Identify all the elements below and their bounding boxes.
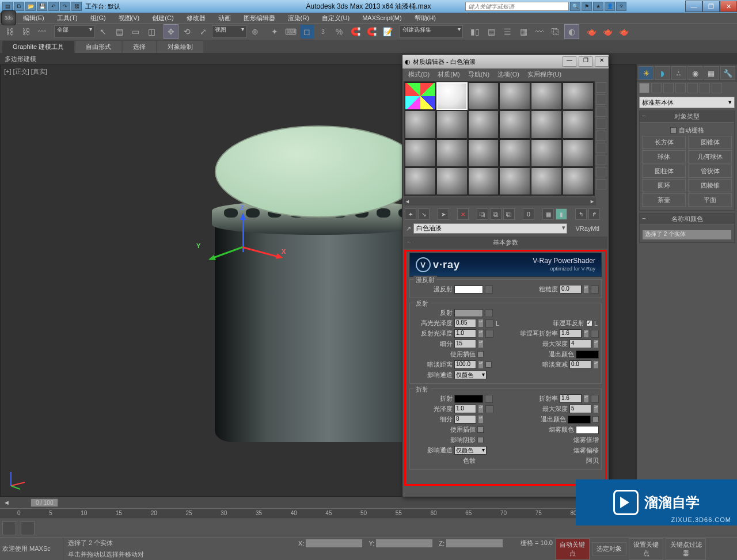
create-systems-icon[interactable] bbox=[712, 83, 722, 93]
roughness-spinner[interactable]: 0.0 bbox=[560, 285, 582, 294]
menu-group[interactable]: 组(G) bbox=[85, 13, 112, 24]
autogrid-checkbox[interactable] bbox=[670, 127, 677, 134]
material-name-input[interactable]: 白色油漆 bbox=[413, 223, 567, 234]
rotate-tool-icon[interactable]: ⟲ bbox=[180, 24, 195, 39]
select-icon[interactable]: ↖ bbox=[96, 24, 111, 39]
mat-slot-active[interactable] bbox=[436, 82, 468, 110]
y-input[interactable] bbox=[375, 539, 433, 548]
reflect-color-swatch[interactable] bbox=[454, 309, 483, 317]
spinner-buttons[interactable]: ▴▾ bbox=[478, 319, 484, 327]
selected-button[interactable]: 选定对象 bbox=[592, 542, 626, 555]
keyboard-icon[interactable]: ⌨ bbox=[283, 24, 298, 39]
manip-icon[interactable]: ✦ bbox=[267, 24, 282, 39]
z-input[interactable] bbox=[446, 539, 503, 548]
get-material-icon[interactable]: ✦ bbox=[405, 208, 416, 220]
menu-tools[interactable]: 工具(T) bbox=[51, 13, 83, 24]
refr-gloss-map-button[interactable] bbox=[485, 405, 493, 413]
spinner-buttons[interactable]: ▴▾ bbox=[583, 285, 589, 294]
affect-shadows-checkbox[interactable] bbox=[477, 437, 484, 443]
help-icon[interactable]: ? bbox=[616, 2, 626, 11]
link-icon[interactable]: ⛓ bbox=[71, 2, 82, 11]
app-menu-icon[interactable]: ▤ bbox=[2, 2, 13, 11]
save-icon[interactable]: 💾 bbox=[37, 2, 47, 11]
dimdist-checkbox[interactable] bbox=[485, 361, 492, 368]
undo-icon[interactable]: ↶ bbox=[48, 2, 59, 11]
mat-slot[interactable] bbox=[468, 82, 499, 110]
comm-icon[interactable]: ⚑ bbox=[582, 2, 592, 11]
ribbon-tab-freeform[interactable]: 自由形式 bbox=[75, 41, 121, 53]
material-type-button[interactable]: VRayMtl bbox=[569, 224, 605, 233]
mat-menu-modes[interactable]: 模式(D) bbox=[405, 69, 433, 80]
backlight-icon[interactable] bbox=[596, 94, 606, 105]
mat-slot[interactable] bbox=[531, 82, 562, 110]
make-unique-icon[interactable]: ⿻ bbox=[490, 208, 502, 220]
cmd-tab-modify-icon[interactable]: ◗ bbox=[655, 66, 670, 80]
workspace-label[interactable]: 工作台: 默认 bbox=[85, 2, 120, 11]
options-icon[interactable] bbox=[596, 155, 606, 165]
put-to-scene-icon[interactable]: ↘ bbox=[418, 208, 430, 220]
ribbon-tab-graphite[interactable]: Graphite 建模工具 bbox=[2, 41, 74, 53]
pivot-icon[interactable]: ⊕ bbox=[248, 24, 263, 39]
select-name-icon[interactable]: ▤ bbox=[112, 24, 127, 39]
refl-affect-dropdown[interactable]: 仅颜色 bbox=[454, 371, 487, 379]
refract-map-button[interactable] bbox=[485, 395, 493, 403]
uv-tile-icon[interactable] bbox=[596, 119, 606, 129]
render-icon[interactable]: 🫖 bbox=[616, 24, 631, 39]
torus-button[interactable]: 圆环 bbox=[642, 179, 686, 192]
refract-color-swatch[interactable] bbox=[454, 395, 483, 403]
cone-button[interactable]: 圆锥体 bbox=[688, 136, 732, 149]
tube-button[interactable]: 管状体 bbox=[688, 165, 732, 178]
refr-interp-checkbox[interactable] bbox=[477, 426, 484, 433]
setkey-button[interactable]: 设置关键点 bbox=[629, 538, 663, 560]
plane-button[interactable]: 平面 bbox=[688, 193, 732, 207]
create-geometry-icon[interactable] bbox=[639, 83, 649, 93]
percent-snap-icon[interactable]: % bbox=[332, 24, 347, 39]
menu-maxscript[interactable]: MAXScript(M) bbox=[356, 13, 407, 22]
star-icon[interactable]: ★ bbox=[593, 2, 603, 11]
cmd-tab-hierarchy-icon[interactable]: ⛬ bbox=[671, 66, 686, 80]
refr-affect-dropdown[interactable]: 仅颜色 bbox=[454, 446, 487, 455]
bind-tool-icon[interactable]: 〰 bbox=[35, 24, 50, 39]
create-helpers-icon[interactable] bbox=[687, 83, 698, 93]
mat-slot[interactable] bbox=[405, 111, 436, 138]
trackbar-icon[interactable] bbox=[21, 521, 35, 535]
mat-menu-options[interactable]: 选项(O) bbox=[494, 69, 523, 80]
show-end-icon[interactable]: ▮ bbox=[556, 208, 567, 220]
fresnel-checkbox[interactable] bbox=[586, 320, 592, 326]
cmd-tab-display-icon[interactable]: ▦ bbox=[704, 66, 719, 80]
schematic-icon[interactable]: ⿻ bbox=[548, 24, 563, 39]
dimfall-spinner[interactable]: 0.0 bbox=[569, 360, 591, 369]
snap-icon[interactable]: ◻ bbox=[299, 24, 314, 39]
mirror-icon[interactable]: ▮▯ bbox=[468, 24, 483, 39]
render-setup-icon[interactable]: 🫖 bbox=[584, 24, 599, 39]
create-cameras-icon[interactable] bbox=[675, 83, 686, 93]
sample-type-icon[interactable] bbox=[596, 82, 606, 93]
mtl-id-icon[interactable]: 0 bbox=[523, 208, 534, 220]
mat-slot[interactable] bbox=[436, 167, 468, 195]
reset-icon[interactable]: ✕ bbox=[457, 208, 469, 220]
dlg-max-button[interactable]: ❐ bbox=[579, 56, 592, 67]
listener-panel[interactable]: 欢迎使用 MAXSc bbox=[0, 538, 63, 560]
refr-exitcolor-checkbox[interactable] bbox=[592, 416, 599, 422]
curve-editor-icon[interactable]: 〰 bbox=[532, 24, 547, 39]
refr-gloss-spinner[interactable]: 1.0 bbox=[454, 405, 476, 413]
reflect-map-button[interactable] bbox=[485, 309, 493, 317]
link-tool-icon[interactable]: ⛓ bbox=[2, 24, 17, 39]
ribbon-tab-paint[interactable]: 对象绘制 bbox=[157, 41, 203, 53]
spinner-buttons[interactable]: ▴▾ bbox=[478, 360, 484, 369]
reflgloss-map-button[interactable] bbox=[485, 330, 493, 338]
mat-slot[interactable] bbox=[468, 111, 499, 138]
search-icon[interactable]: 🔍 bbox=[570, 2, 580, 11]
box-button[interactable]: 长方体 bbox=[642, 136, 686, 149]
trackbar-icon[interactable] bbox=[2, 521, 16, 535]
mat-slot[interactable] bbox=[563, 82, 594, 110]
mat-slot[interactable] bbox=[405, 167, 436, 195]
menu-help[interactable]: 帮助(H) bbox=[409, 13, 442, 24]
mat-slot[interactable] bbox=[531, 167, 562, 195]
selection-filter-dropdown[interactable]: 全部 bbox=[54, 25, 94, 38]
menu-grapheditors[interactable]: 图形编辑器 bbox=[238, 13, 281, 24]
material-scroll[interactable]: ◄► bbox=[404, 197, 596, 205]
mat-menu-material[interactable]: 材质(M) bbox=[434, 69, 464, 80]
create-lights-icon[interactable] bbox=[663, 83, 674, 93]
time-prev-icon[interactable]: ◄ bbox=[0, 499, 13, 506]
